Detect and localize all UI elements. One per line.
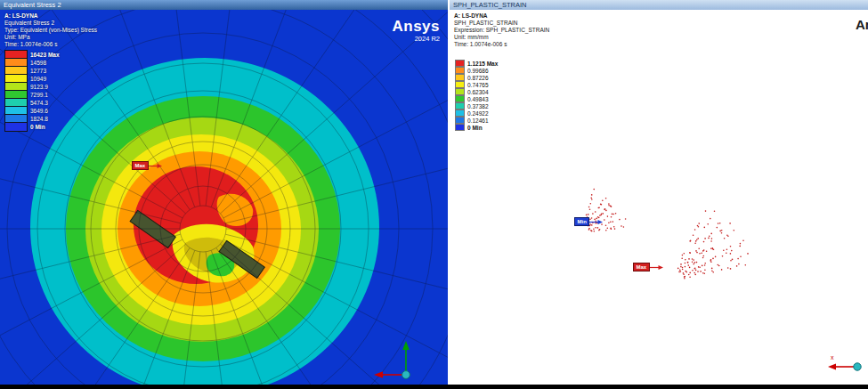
max-tag: Max bbox=[132, 161, 149, 170]
header-line: Unit: MPa bbox=[4, 34, 97, 41]
ansys-logo-clipped: Ansys bbox=[856, 17, 868, 32]
legend-value: 0.74765 bbox=[467, 82, 489, 88]
min-tag: Min bbox=[574, 217, 589, 226]
y-axis-arrowhead bbox=[402, 341, 410, 350]
legend-value: 0.24922 bbox=[467, 110, 489, 117]
stress-result-panel: Equivalent Stress 2 bbox=[0, 0, 448, 389]
legend-value: 14598 bbox=[30, 60, 46, 66]
header-line: Expression: SPH_PLASTIC_STRAIN bbox=[454, 27, 549, 34]
sph-result-panel: SPH_PLASTIC_STRAIN A: LS-DYNASPH_PLASTIC… bbox=[450, 0, 868, 389]
max-leader-arrow bbox=[149, 163, 162, 169]
ansys-version-text: 2024 R2 bbox=[392, 35, 440, 43]
header-line: Time: 1.0074e-006 s bbox=[454, 41, 549, 48]
legend-value: 0.99686 bbox=[467, 68, 489, 74]
legend-entry: 0 Min bbox=[4, 123, 60, 131]
x-axis-arrowhead bbox=[828, 364, 836, 370]
contour-bands bbox=[0, 10, 448, 389]
z-axis-ball[interactable] bbox=[402, 371, 410, 379]
result-info-block: A: LS-DYNASPH_PLASTIC_STRAINExpression: … bbox=[454, 12, 549, 48]
z-axis-ball[interactable] bbox=[854, 363, 861, 370]
legend-value: 9123.9 bbox=[30, 84, 48, 90]
legend-value: 0.49843 bbox=[467, 96, 489, 102]
legend-entry: 0 Min bbox=[455, 124, 498, 131]
legend-swatch bbox=[455, 124, 465, 132]
min-annotation: Min bbox=[574, 217, 603, 226]
app-window: Equivalent Stress 2 bbox=[0, 0, 868, 389]
stress-3d-viewport[interactable]: A: LS-DYNAEquivalent Stress 2Type: Equiv… bbox=[0, 10, 448, 389]
legend-value: 12773 bbox=[30, 68, 46, 74]
left-viewport-title: Equivalent Stress 2 bbox=[4, 1, 61, 9]
header-line: A: LS-DYNA bbox=[4, 12, 97, 20]
legend-value: 16423 Max bbox=[30, 52, 60, 58]
max-annotation: Max bbox=[132, 161, 162, 170]
legend-value: 0.87226 bbox=[467, 75, 489, 81]
min-leader-arrow bbox=[589, 219, 603, 225]
stress-legend: 16423 Max1459812773109499123.97299.15474… bbox=[4, 51, 60, 131]
bottom-border bbox=[0, 385, 868, 389]
header-line: Unit: mm/mm bbox=[454, 34, 549, 41]
legend-value: 3649.6 bbox=[30, 108, 48, 114]
orientation-triad[interactable]: x bbox=[822, 348, 866, 378]
legend-value: 0.37382 bbox=[467, 103, 489, 109]
left-viewport-titlebar[interactable]: Equivalent Stress 2 bbox=[0, 0, 448, 10]
legend-value: 0 Min bbox=[30, 124, 45, 130]
max-tag: Max bbox=[633, 263, 650, 271]
header-line: SPH_PLASTIC_STRAIN bbox=[454, 20, 549, 27]
header-line: Equivalent Stress 2 bbox=[4, 20, 97, 27]
legend-value: 0 Min bbox=[467, 125, 483, 131]
ansys-brand-text: Ansys bbox=[392, 19, 440, 35]
legend-value: 1.1215 Max bbox=[467, 61, 498, 67]
sph-3d-viewport[interactable]: A: LS-DYNASPH_PLASTIC_STRAINExpression: … bbox=[450, 10, 868, 389]
legend-swatch bbox=[4, 122, 28, 132]
max-leader-arrow bbox=[650, 264, 663, 271]
right-viewport-title: SPH_PLASTIC_STRAIN bbox=[453, 1, 527, 9]
legend-value: 7299.1 bbox=[30, 92, 48, 98]
legend-value: 0.12461 bbox=[467, 118, 489, 124]
header-line: Time: 1.0074e-006 s bbox=[4, 41, 97, 48]
stress-contour-plot[interactable] bbox=[0, 10, 448, 389]
header-line: Type: Equivalent (von-Mises) Stress bbox=[4, 27, 97, 34]
legend-value: 0.62304 bbox=[467, 89, 489, 95]
x-axis-label: x bbox=[831, 354, 834, 361]
sph-particle-cloud bbox=[450, 10, 868, 389]
legend-value: 5474.3 bbox=[30, 100, 48, 106]
result-info-block: A: LS-DYNAEquivalent Stress 2Type: Equiv… bbox=[4, 12, 97, 48]
header-line: A: LS-DYNA bbox=[454, 12, 549, 20]
legend-value: 1824.8 bbox=[30, 116, 48, 122]
orientation-triad[interactable] bbox=[367, 337, 418, 384]
ansys-logo: Ansys 2024 R2 bbox=[392, 19, 440, 43]
legend-value: 10949 bbox=[30, 76, 46, 82]
strain-legend: 1.1215 Max0.996860.872260.747650.623040.… bbox=[455, 60, 498, 131]
right-viewport-titlebar[interactable]: SPH_PLASTIC_STRAIN bbox=[450, 0, 868, 10]
x-axis-arrowhead bbox=[374, 371, 383, 378]
max-annotation: Max bbox=[633, 263, 663, 271]
